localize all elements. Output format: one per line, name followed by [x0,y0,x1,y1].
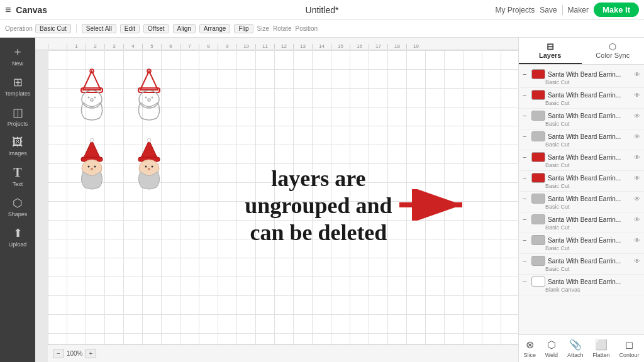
sidebar-item-templates[interactable]: ⊞ Templates [2,72,33,101]
upload-icon: ⬆ [13,226,23,240]
images-icon: 🖼 [12,136,23,149]
operation-value[interactable]: Basic Cut [35,24,71,33]
canvas-area[interactable]: 1 2 3 4 5 6 7 8 9 10 11 12 13 14 15 16 1… [35,38,518,362]
action-slice[interactable]: ⊗ Slice [523,339,536,358]
santa-row-2 [67,132,175,198]
layer-name-0: Santa With Beard Earrin... [548,71,631,78]
save-button[interactable]: Save [540,6,557,14]
layer-eye-5[interactable]: 👁 [634,175,640,182]
svg-point-26 [152,166,153,168]
layer-eye-9[interactable]: 👁 [634,258,640,265]
shapes-icon: ⬡ [13,196,23,210]
ruler-ticks: 1 2 3 4 5 6 7 8 9 10 11 12 13 14 15 16 1… [48,38,518,50]
svg-point-4 [88,97,90,99]
layer-expand-0: − [523,70,529,78]
tab-layers[interactable]: ⊟ Layers [519,38,582,64]
zoom-out-button[interactable]: − [53,349,64,358]
layer-eye-7[interactable]: 👁 [634,216,640,223]
sidebar-item-shapes[interactable]: ⬡ Shapes [2,192,33,221]
layer-eye-4[interactable]: 👁 [634,154,640,161]
santa-svg-1 [72,68,113,121]
layer-item-3[interactable]: −Santa With Beard Earrin...👁Basic Cut [519,129,644,150]
layer-eye-0[interactable]: 👁 [634,71,640,78]
main-layout: ＋ New ⊞ Templates ◫ Projects 🖼 Images T … [0,38,644,362]
sidebar-item-upload[interactable]: ⬆ Upload [2,222,33,251]
svg-point-13 [148,99,150,101]
santa-3 [72,137,113,193]
layer-item-5[interactable]: −Santa With Beard Earrin...👁Basic Cut [519,171,644,192]
layer-name-6: Santa With Beard Earrin... [548,195,631,202]
align-button[interactable]: Align [173,24,196,33]
santa-figures-container [67,63,175,198]
ruler-horizontal: 1 2 3 4 5 6 7 8 9 10 11 12 13 14 15 16 1… [35,38,518,50]
layer-name-10: Santa With Beard Earrin... [548,278,640,285]
sidebar-item-new[interactable]: ＋ New [2,40,33,70]
layer-expand-9: − [523,257,529,265]
layer-eye-3[interactable]: 👁 [634,133,640,140]
edit-button[interactable]: Edit [120,24,140,33]
zoom-in-button[interactable]: + [85,349,96,358]
operation-group: Operation Basic Cut [5,24,77,33]
layer-item-10[interactable]: −Santa With Beard Earrin...Blank Canvas [519,275,644,295]
layer-eye-2[interactable]: 👁 [634,112,640,119]
action-contour[interactable]: ◻ Contour [619,339,640,358]
action-weld[interactable]: ⬡ Weld [545,339,558,358]
layer-expand-3: − [523,133,529,140]
svg-marker-7 [140,71,158,90]
layer-expand-1: − [523,91,529,99]
layer-eye-6[interactable]: 👁 [634,195,640,202]
tick-18: 18 [387,44,406,49]
layer-item-0[interactable]: −Santa With Beard Earrin...👁Basic Cut [519,67,644,88]
offset-button[interactable]: Offset [143,24,169,33]
layer-item-9[interactable]: −Santa With Beard Earrin...👁Basic Cut [519,254,644,275]
tick-2: 2 [86,44,104,49]
document-title: Untitled* [306,5,339,15]
toolbar: Operation Basic Cut Select All Edit Offs… [0,20,644,38]
layer-item-1[interactable]: −Santa With Beard Earrin...👁Basic Cut [519,88,644,109]
svg-point-20 [91,168,93,170]
layer-item-8[interactable]: −Santa With Beard Earrin...👁Basic Cut [519,233,644,254]
action-attach-label: Attach [567,352,584,358]
layer-item-7[interactable]: −Santa With Beard Earrin...👁Basic Cut [519,212,644,233]
santa-svg-2 [129,68,170,121]
sidebar-item-images-label: Images [8,150,27,156]
layer-sub-3: Basic Cut [523,141,640,148]
layer-eye-8[interactable]: 👁 [634,237,640,244]
layer-item-4[interactable]: −Santa With Beard Earrin...👁Basic Cut [519,150,644,171]
make-it-button[interactable]: Make It [594,3,639,17]
layer-expand-7: − [523,216,529,223]
layer-thumb-3 [531,131,545,141]
arrange-button[interactable]: Arrange [199,24,231,33]
svg-point-27 [148,168,150,170]
sidebar-item-projects[interactable]: ◫ Projects [2,102,33,131]
flip-button[interactable]: Flip [234,24,253,33]
tick-12: 12 [274,44,293,49]
layer-eye-1[interactable]: 👁 [634,92,640,99]
layer-sub-0: Basic Cut [523,79,640,85]
layer-name-5: Santa With Beard Earrin... [548,175,631,182]
santa-4 [129,137,170,193]
layer-thumb-2 [531,111,545,121]
app-title: Canvas [16,5,47,15]
layer-name-9: Santa With Beard Earrin... [548,258,631,265]
action-attach[interactable]: 📎 Attach [567,339,584,358]
layer-sub-9: Basic Cut [523,266,640,272]
layer-item-2[interactable]: −Santa With Beard Earrin...👁Basic Cut [519,109,644,129]
layer-thumb-6 [531,194,545,204]
svg-marker-21 [140,140,158,159]
sidebar-item-text[interactable]: T Text [2,162,33,191]
my-projects-link[interactable]: My Projects [496,6,535,14]
select-all-button[interactable]: Select All [82,24,116,33]
action-flatten[interactable]: ⬜ Flatten [592,339,610,358]
grid-canvas[interactable]: layers are ungrouped and can be deleted [48,50,518,362]
menu-icon[interactable]: ≡ [5,4,11,16]
attach-icon: 📎 [569,339,582,351]
sidebar-item-images[interactable]: 🖼 Images [2,132,33,160]
zoom-controls: − 100% + [53,349,96,358]
action-slice-label: Slice [523,352,536,358]
layer-thumb-7 [531,214,545,224]
maker-dropdown[interactable]: Maker [568,6,589,14]
sidebar-item-projects-label: Projects [8,121,28,127]
tab-color-sync[interactable]: ⬡ Color Sync [582,38,645,64]
layer-item-6[interactable]: −Santa With Beard Earrin...👁Basic Cut [519,192,644,212]
